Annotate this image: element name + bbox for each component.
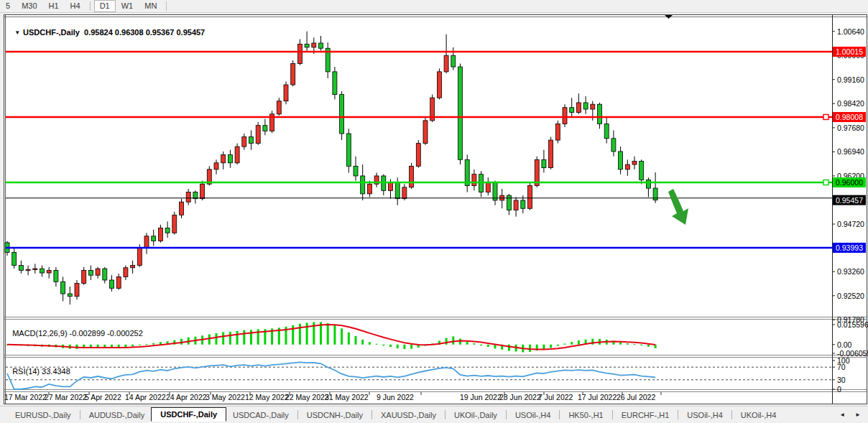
macd-indicator-label: MACD(12,26,9) -0.002899 -0.000252 bbox=[8, 320, 143, 338]
tab-nav: ◄► bbox=[839, 412, 868, 418]
symbol-dropdown-icon[interactable]: ▼ bbox=[14, 29, 20, 36]
rsi-name: RSI(14) bbox=[12, 367, 40, 376]
tab-eurchf-h1[interactable]: EURCHF-,H1 bbox=[615, 409, 676, 422]
rsi-indicator-label: RSI(14) 33.4348 bbox=[8, 358, 70, 376]
timeframe-button-5[interactable]: 5 bbox=[0, 0, 16, 12]
tab-separator bbox=[371, 410, 372, 419]
macd-values: -0.002899 -0.000252 bbox=[70, 329, 143, 338]
tab-usdcnh-daily[interactable]: USDCNH-,Daily bbox=[300, 409, 369, 422]
tab-separator bbox=[731, 410, 732, 419]
tab-usoil-h4[interactable]: USOil-,H4 bbox=[680, 409, 729, 422]
tab-usdchf-daily[interactable]: USDCHF-,Daily bbox=[151, 407, 226, 422]
chart-title: ▼USDCHF-,Daily 0.95824 0.96308 0.95367 0… bbox=[10, 19, 205, 37]
timeframe-toolbar: 5M30H1H4D1W1MN bbox=[0, 0, 868, 13]
tab-usdcad-daily[interactable]: USDCAD-,Daily bbox=[226, 409, 295, 422]
macd-name: MACD(12,26,9) bbox=[12, 329, 67, 338]
tab-ukoil-h4[interactable]: UKOil-,H4 bbox=[734, 409, 783, 422]
tab-separator bbox=[445, 410, 445, 419]
tab-separator bbox=[80, 410, 80, 419]
tab-hk50-h1[interactable]: HK50-,H1 bbox=[562, 409, 609, 422]
timeframe-button-h4[interactable]: H4 bbox=[65, 0, 86, 12]
timeframe-button-m30[interactable]: M30 bbox=[16, 0, 42, 12]
tab-scroll-right-button[interactable]: ► bbox=[855, 412, 861, 418]
chart-window bbox=[4, 14, 867, 404]
timeframe-button-w1[interactable]: W1 bbox=[116, 0, 139, 12]
tab-separator bbox=[612, 410, 613, 419]
symbol-tabbar: EURUSD-,DailyAUDUSD-,DailyUSDCHF-,DailyU… bbox=[0, 406, 868, 423]
tab-eurusd-daily[interactable]: EURUSD-,Daily bbox=[9, 409, 78, 422]
tab-separator bbox=[678, 410, 678, 419]
tab-separator bbox=[559, 410, 560, 419]
tab-usoil-h4[interactable]: USOil-,H4 bbox=[509, 409, 558, 422]
toolbar-separator bbox=[166, 1, 167, 11]
timeframe-button-h1[interactable]: H1 bbox=[43, 0, 65, 12]
timeframe-button-d1[interactable]: D1 bbox=[94, 0, 116, 12]
chart-ohlc-values: 0.95824 0.96308 0.95367 0.95457 bbox=[84, 28, 205, 37]
chart-symbol-label: USDCHF-,Daily bbox=[23, 28, 80, 37]
tab-xauusd-daily[interactable]: XAUUSD-,Daily bbox=[374, 409, 443, 422]
toolbar-separator bbox=[90, 1, 91, 11]
tab-ukoil-daily[interactable]: UKOil-,Daily bbox=[448, 409, 504, 422]
timeframe-button-mn[interactable]: MN bbox=[139, 0, 162, 12]
tab-scroll-left-button[interactable]: ◄ bbox=[839, 412, 845, 418]
tab-separator bbox=[297, 410, 298, 419]
tab-audusd-daily[interactable]: AUDUSD-,Daily bbox=[83, 409, 152, 422]
tab-separator bbox=[506, 410, 507, 419]
rsi-value: 33.4348 bbox=[42, 367, 70, 376]
